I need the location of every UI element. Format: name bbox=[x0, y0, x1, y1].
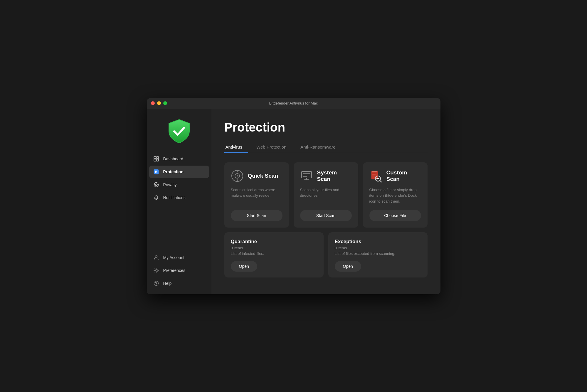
quarantine-desc: List of infected files. bbox=[231, 251, 317, 256]
notifications-label: Notifications bbox=[163, 195, 186, 200]
sidebar-item-help[interactable]: Help bbox=[149, 277, 209, 290]
bottom-cards-grid: Quarantine 0 items List of infected file… bbox=[224, 232, 428, 277]
svg-rect-3 bbox=[157, 159, 159, 161]
quarantine-count: 0 items bbox=[231, 246, 317, 250]
my-account-icon bbox=[153, 255, 159, 260]
custom-scan-choose-file-button[interactable]: Choose File bbox=[369, 210, 421, 221]
system-scan-header: System Scan bbox=[300, 169, 352, 182]
shield-logo-icon bbox=[166, 118, 192, 144]
custom-scan-icon bbox=[369, 169, 382, 182]
privacy-label: Privacy bbox=[163, 182, 177, 187]
quick-scan-title: Quick Scan bbox=[248, 173, 278, 179]
quick-scan-header: Quick Scan bbox=[231, 169, 282, 182]
exceptions-desc: List of files excepted from scanning. bbox=[335, 251, 421, 256]
quarantine-title: Quarantine bbox=[231, 239, 317, 245]
svg-rect-30 bbox=[372, 171, 377, 172]
svg-rect-0 bbox=[154, 157, 156, 159]
tab-anti-ransomware[interactable]: Anti-Ransomware bbox=[299, 142, 341, 153]
sidebar-item-privacy[interactable]: Privacy bbox=[149, 179, 209, 191]
app-window: Bitdefender Antivirus for Mac bbox=[147, 98, 440, 294]
svg-point-12 bbox=[155, 255, 157, 258]
svg-rect-32 bbox=[372, 174, 376, 174]
quick-scan-desc: Scans critical areas where malware usual… bbox=[231, 187, 282, 204]
sidebar-item-preferences[interactable]: Preferences bbox=[149, 264, 209, 277]
minimize-button[interactable] bbox=[157, 101, 161, 105]
custom-scan-card: Custom Scan Choose a file or simply drop… bbox=[363, 162, 428, 228]
system-scan-desc: Scans all your files and directories. bbox=[300, 187, 352, 204]
quick-scan-start-button[interactable]: Start Scan bbox=[231, 210, 282, 221]
system-scan-start-button[interactable]: Start Scan bbox=[300, 210, 352, 221]
svg-point-15 bbox=[156, 284, 157, 285]
quarantine-card: Quarantine 0 items List of infected file… bbox=[224, 232, 324, 277]
svg-rect-23 bbox=[302, 171, 312, 178]
sidebar-item-my-account[interactable]: My Account bbox=[149, 251, 209, 264]
custom-scan-header: Custom Scan bbox=[369, 169, 421, 182]
window-controls bbox=[151, 101, 167, 105]
my-account-label: My Account bbox=[163, 255, 184, 260]
system-scan-icon bbox=[300, 169, 313, 182]
tab-antivirus[interactable]: Antivirus bbox=[224, 142, 248, 153]
preferences-label: Preferences bbox=[163, 268, 185, 273]
page-title: Protection bbox=[224, 120, 428, 134]
sidebar: Dashboard B Protection bbox=[147, 109, 211, 294]
custom-scan-desc: Choose a file or simply drop items on Bi… bbox=[369, 187, 421, 204]
dashboard-icon bbox=[153, 156, 159, 162]
app-body: Dashboard B Protection bbox=[147, 109, 440, 294]
preferences-icon bbox=[153, 267, 159, 273]
exceptions-card: Exceptions 0 items List of files excepte… bbox=[328, 232, 428, 277]
tabs-bar: Antivirus Web Protection Anti-Ransomware bbox=[224, 142, 428, 153]
svg-text:B: B bbox=[155, 170, 157, 174]
scan-cards-grid: Quick Scan Scans critical areas where ma… bbox=[224, 162, 428, 228]
privacy-icon bbox=[153, 182, 159, 188]
svg-point-18 bbox=[237, 175, 238, 176]
quick-scan-card: Quick Scan Scans critical areas where ma… bbox=[224, 162, 289, 228]
window-title: Bitdefender Antivirus for Mac bbox=[269, 101, 318, 105]
logo-area bbox=[147, 109, 211, 153]
exceptions-open-button[interactable]: Open bbox=[335, 261, 361, 272]
help-icon bbox=[153, 280, 159, 286]
svg-line-34 bbox=[380, 181, 381, 182]
dashboard-label: Dashboard bbox=[163, 157, 184, 161]
sidebar-item-protection[interactable]: B Protection bbox=[149, 166, 209, 178]
quick-scan-icon bbox=[231, 169, 244, 182]
system-scan-title: System Scan bbox=[317, 169, 352, 182]
main-content: Protection Antivirus Web Protection Anti… bbox=[211, 109, 440, 294]
protection-nav-icon: B bbox=[153, 169, 159, 175]
titlebar: Bitdefender Antivirus for Mac bbox=[147, 98, 440, 109]
protection-label: Protection bbox=[163, 169, 184, 174]
svg-rect-31 bbox=[372, 173, 377, 173]
custom-scan-title: Custom Scan bbox=[386, 169, 421, 182]
svg-rect-29 bbox=[371, 171, 378, 179]
maximize-button[interactable] bbox=[163, 101, 167, 105]
main-nav: Dashboard B Protection bbox=[147, 153, 211, 249]
exceptions-title: Exceptions bbox=[335, 239, 421, 245]
close-button[interactable] bbox=[151, 101, 155, 105]
quarantine-open-button[interactable]: Open bbox=[231, 261, 257, 272]
svg-rect-1 bbox=[157, 157, 159, 159]
sidebar-bottom-nav: My Account Preferences bbox=[147, 249, 211, 290]
exceptions-count: 0 items bbox=[335, 246, 421, 250]
svg-point-13 bbox=[155, 270, 157, 271]
svg-rect-2 bbox=[154, 159, 156, 161]
tab-web-protection[interactable]: Web Protection bbox=[255, 142, 292, 153]
svg-point-7 bbox=[155, 184, 157, 186]
notifications-icon bbox=[153, 195, 159, 201]
help-label: Help bbox=[163, 281, 172, 286]
sidebar-item-dashboard[interactable]: Dashboard bbox=[149, 153, 209, 165]
sidebar-item-notifications[interactable]: Notifications bbox=[149, 191, 209, 204]
system-scan-card: System Scan Scans all your files and dir… bbox=[294, 162, 358, 228]
